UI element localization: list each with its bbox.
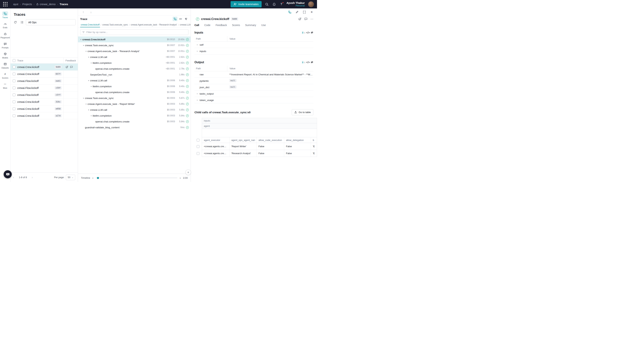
prev-call-up-icon[interactable]: ↑ (81, 10, 85, 14)
json-view-icon[interactable]: </> (306, 61, 310, 64)
output-row[interactable]: › pydantic null (194, 78, 313, 84)
breadcrumb-traces[interactable]: Traces (60, 3, 68, 6)
trace-tree-row[interactable]: ▾ litellm.completion $0.0003 5.84s (78, 113, 191, 118)
list-view-icon[interactable]: ≡ (302, 31, 303, 34)
avatar[interactable] (308, 1, 314, 7)
support-chat-button[interactable] (4, 170, 12, 178)
search-icon[interactable] (265, 2, 269, 6)
chevron-down-icon[interactable]: ▾ (85, 103, 88, 105)
timeline-slider[interactable] (96, 178, 178, 178)
chevron-right-icon[interactable]: › (196, 50, 198, 52)
more-menu-icon[interactable]: ⋯ (310, 17, 313, 21)
chevron-down-icon[interactable]: ▾ (90, 62, 93, 64)
add-reaction-icon[interactable] (298, 18, 301, 20)
sidebar-item-playground[interactable]: Playground (0, 31, 10, 40)
row-checkbox[interactable] (197, 152, 199, 155)
table-row[interactable]: crewai.Crew.kickoff a17d (11, 112, 78, 119)
flamegraph-view-icon[interactable] (184, 17, 188, 21)
chevron-down-icon[interactable]: ▾ (79, 38, 82, 40)
output-row[interactable]: › token_usage (194, 97, 313, 103)
row-checkbox[interactable] (13, 100, 16, 103)
row-checkbox[interactable] (13, 86, 16, 89)
chevron-down-icon[interactable]: ▾ (90, 86, 93, 88)
chevron-right-icon[interactable]: › (196, 99, 198, 101)
sidebar-item-more[interactable]: ••• More (0, 81, 10, 90)
trace-tree-row[interactable]: ▾ litellm.completion <$0.0001 2.82s (78, 60, 191, 66)
account-menu[interactable]: Ayush Thakur Personal (286, 1, 305, 7)
child-call-row[interactable]: <crewai.agents.cre… 'Report Writer' Fals… (194, 143, 317, 150)
expand-rows-icon[interactable]: ↕ (304, 61, 305, 64)
table-row[interactable]: crewai.Flow.kickoff eab1 (11, 78, 78, 84)
row-checkbox[interactable] (13, 72, 16, 75)
child-call-row[interactable]: <crewai.agents.cre… 'Research Analyst' F… (194, 150, 317, 157)
row-checkbox[interactable] (13, 114, 16, 117)
row-checkbox[interactable] (13, 94, 16, 96)
table-row[interactable]: crewai.Flow.kickoff c5ff (11, 92, 78, 98)
manage-columns-icon[interactable] (19, 20, 25, 25)
input-row[interactable]: › self (194, 42, 313, 48)
sidebar-item-models[interactable]: Models (0, 51, 10, 60)
table-row[interactable]: crewai.Crew.kickoff e058 (11, 106, 78, 112)
detail-tab[interactable]: Scores (232, 24, 240, 26)
chevron-down-icon[interactable]: ▾ (82, 97, 85, 99)
table-row[interactable]: crewai.Flow.kickoff c59f (11, 84, 78, 92)
ops-filter-select[interactable]: All Ops (26, 19, 76, 25)
next-call-down-icon[interactable]: ↓ (89, 10, 93, 14)
trace-tree-row[interactable]: ▾ crewai.Agent.execute_task - 'Research … (78, 48, 191, 54)
per-page-select[interactable]: 50 ⌄ (66, 175, 75, 180)
trace-tree-row[interactable]: ▾ crewai.Task.execute_sync $0.0003 5.87s (78, 95, 191, 101)
trace-tree-row[interactable]: ▾ crewai.LLM.call <$0.0001 2.82s (78, 54, 191, 60)
sidebar-item-prompts[interactable]: Prompts (0, 41, 10, 50)
expand-rows-icon[interactable]: ↕ (304, 31, 305, 34)
table-row[interactable]: crewai.Crew.kickoff 316c (11, 98, 78, 106)
breadcrumb-project[interactable]: crewai_demo (36, 3, 56, 6)
chevron-down-icon[interactable]: ▾ (87, 56, 90, 58)
select-all-checkbox[interactable] (197, 139, 199, 142)
output-row[interactable]: › tasks_output (194, 90, 313, 97)
edit-pencil-icon[interactable] (295, 10, 299, 14)
breadcrumb-entity[interactable]: ayut (13, 3, 18, 6)
sidebar-item-datasets[interactable]: Datasets (0, 61, 10, 70)
trace-tree-row[interactable]: ▾ openai.chat.completions.create $0.0006… (78, 89, 191, 95)
timeline-next-icon[interactable]: › (180, 176, 180, 180)
notifications-bell-icon[interactable] (272, 2, 276, 6)
code-view-icon[interactable]: </> (178, 17, 183, 21)
trace-tree-row[interactable]: ▾ SerperDevTool._run 1.66s (78, 72, 191, 78)
sidebar-item-scorers[interactable]: # Scorers (0, 71, 10, 80)
detail-tab[interactable]: Feedback (216, 24, 227, 26)
help-icon[interactable]: ? (279, 2, 283, 6)
trace-tree-row[interactable]: ▾ crewai.LLM.call $0.0006 9.40s (78, 78, 191, 84)
chevron-down-icon[interactable]: ▾ (87, 109, 90, 111)
timeline-slider-knob[interactable] (97, 177, 99, 179)
go-to-table-button[interactable]: Go to table (292, 109, 313, 115)
trace-tree-row[interactable]: ▾ crewai.Agent.execute_task - 'Report Wr… (78, 101, 191, 107)
detail-tab[interactable]: Code (204, 24, 210, 26)
chevron-down-icon[interactable]: ▾ (85, 50, 88, 52)
wandb-logo[interactable] (3, 2, 8, 6)
table-row[interactable]: crewai.Crew.kickoff 9d89 (11, 64, 78, 70)
table-row[interactable]: crewai.Crew.kickoff 657f (11, 70, 78, 78)
detail-tab[interactable]: Call (194, 24, 199, 26)
fullscreen-expand-icon[interactable] (302, 10, 306, 14)
refresh-icon[interactable] (13, 20, 18, 25)
prev-page-icon[interactable]: ‹ (13, 176, 14, 179)
chevron-right-icon[interactable]: › (196, 44, 198, 46)
trace-tree-row[interactable]: ▾ crewai.LLM.call $0.0003 5.85s (78, 107, 191, 113)
next-page-icon[interactable]: › (32, 176, 33, 179)
chevron-right-icon[interactable]: › (196, 92, 198, 95)
call-path-item[interactable]: crewai.Crew.kickoff (80, 22, 100, 27)
timeline-prev-icon[interactable]: ‹ (93, 176, 93, 180)
chevron-down-icon[interactable]: ▾ (82, 44, 85, 46)
call-path-item[interactable]: crewai.LLM.cal (179, 22, 191, 27)
invite-teammates-button[interactable]: Invite teammates (231, 1, 261, 7)
detail-tab[interactable]: Use (261, 24, 266, 26)
breadcrumb-projects[interactable]: Projects (22, 3, 32, 6)
add-reaction-icon[interactable] (66, 66, 68, 68)
detail-tab[interactable]: Summary (245, 24, 256, 26)
output-row[interactable]: › json_dict null (194, 84, 313, 90)
trace-tree-row[interactable]: ▾ litellm.completion $0.0006 9.40s (78, 84, 191, 89)
select-all-checkbox[interactable] (13, 59, 16, 62)
trace-tree-row[interactable]: ▾ crewai.Crew.kickoff $0.0010 19.83s (78, 36, 191, 42)
op-name-filter-input[interactable]: Filter by op name... (80, 29, 188, 35)
sidebar-item-traces[interactable]: Traces (0, 11, 10, 19)
